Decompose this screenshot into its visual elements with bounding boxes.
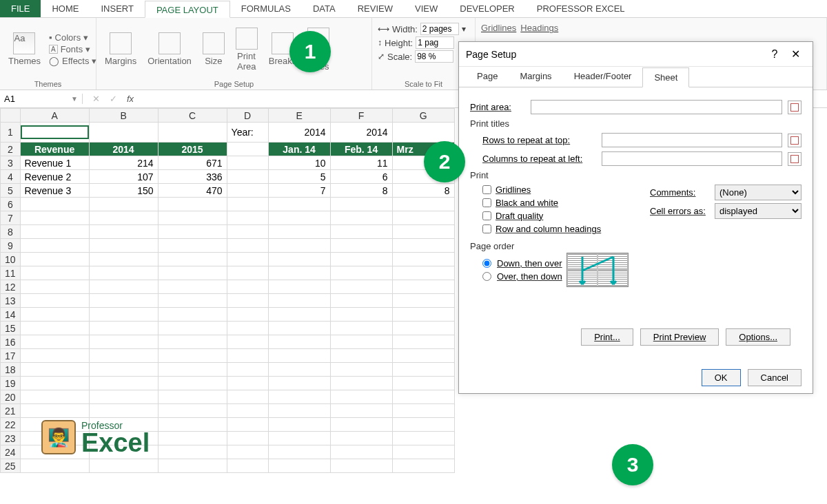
print-area-button[interactable]: Print Area	[233, 26, 261, 73]
over-down-radio[interactable]: Over, then down	[482, 271, 562, 282]
ribbon-tabs: FILE HOME INSERT PAGE LAYOUT FORMULAS DA…	[0, 0, 827, 18]
professor-excel-logo: 👨‍🏫 ProfessorExcel	[41, 420, 150, 454]
options-button[interactable]: Options...	[726, 328, 790, 346]
bw-checkbox[interactable]: Black and white	[482, 198, 650, 208]
row-header[interactable]: 5	[1, 184, 21, 198]
effects-button[interactable]: ◯ Effects ▾	[49, 56, 97, 66]
range-picker-icon[interactable]	[788, 152, 802, 166]
confirm-icon[interactable]: ✓	[110, 94, 117, 104]
tab-view[interactable]: VIEW	[404, 0, 449, 17]
page-order-icon	[566, 253, 629, 287]
page-setup-group-label: Page Setup	[102, 78, 366, 90]
cell[interactable]	[21, 125, 89, 139]
scale-selector[interactable]: ⤢ Scale:	[378, 50, 469, 63]
print-preview-button[interactable]: Print Preview	[640, 328, 719, 346]
down-over-radio[interactable]: Down, then over	[482, 258, 562, 269]
tab-data[interactable]: DATA	[302, 0, 347, 17]
col-header[interactable]: G	[392, 109, 454, 123]
orientation-button[interactable]: Orientation	[145, 31, 194, 67]
width-selector[interactable]: ⟷ Width: ▾	[378, 23, 469, 35]
select-all[interactable]	[1, 109, 21, 123]
col-header[interactable]: B	[89, 109, 158, 123]
print-group: Print	[470, 170, 802, 180]
col-header[interactable]: F	[330, 109, 392, 123]
close-button[interactable]: ✕	[785, 48, 806, 61]
row-header[interactable]: 4	[1, 170, 21, 184]
comments-select[interactable]: (None)	[715, 185, 802, 200]
rows-repeat-label: Rows to repeat at top:	[482, 135, 596, 145]
print-area-input[interactable]	[531, 100, 782, 114]
name-box[interactable]: A1▼	[0, 94, 83, 104]
tab-file[interactable]: FILE	[0, 0, 41, 17]
row-header[interactable]: 1	[1, 123, 21, 143]
col-header[interactable]: A	[20, 109, 89, 123]
tab-professor-excel[interactable]: PROFESSOR EXCEL	[526, 0, 636, 17]
margins-button[interactable]: Margins	[102, 31, 139, 67]
dialog-tab-headerfooter[interactable]: Header/Footer	[563, 67, 643, 87]
dialog-tab-page[interactable]: Page	[466, 67, 509, 87]
tab-developer[interactable]: DEVELOPER	[449, 0, 525, 17]
face-icon: 👨‍🏫	[41, 420, 76, 454]
themes-group-label: Themes	[6, 78, 90, 90]
cellerrors-select[interactable]: displayed	[715, 203, 802, 219]
cancel-button[interactable]: Cancel	[748, 369, 802, 386]
range-picker-icon[interactable]	[788, 101, 802, 114]
print-button[interactable]: Print...	[581, 328, 633, 346]
print-titles-group: Print titles	[470, 118, 802, 129]
col-header[interactable]: C	[158, 109, 227, 123]
col-header[interactable]: E	[268, 109, 330, 123]
gridlines-toggle[interactable]: Gridlines	[481, 23, 516, 33]
dialog-tab-sheet[interactable]: Sheet	[642, 67, 689, 87]
row-header[interactable]: 3	[1, 156, 21, 170]
row-header[interactable]: 2	[1, 143, 21, 156]
tab-formulas[interactable]: FORMULAS	[230, 0, 302, 17]
size-button[interactable]: Size	[200, 31, 227, 67]
rowcol-checkbox[interactable]: Row and column headings	[482, 224, 650, 234]
cols-repeat-input[interactable]	[602, 151, 782, 166]
spreadsheet-grid[interactable]: A B C D E F G 1 Year:20142014 2 Revenue2…	[0, 108, 455, 473]
cellerrors-label: Cell errors as:	[650, 206, 711, 216]
print-area-label: Print area:	[470, 102, 525, 112]
comments-label: Comments:	[650, 187, 711, 198]
dialog-title: Page Setup	[466, 49, 764, 60]
tab-insert[interactable]: INSERT	[90, 0, 144, 17]
colors-button[interactable]: ▪ Colors ▾	[49, 32, 97, 43]
scale-group-label: Scale to Fit	[378, 78, 469, 90]
cancel-icon[interactable]: ✕	[92, 94, 100, 104]
col-header[interactable]: D	[227, 109, 268, 123]
fonts-button[interactable]: A Fonts ▾	[49, 44, 97, 54]
callout-1: 1	[289, 31, 331, 72]
height-selector[interactable]: ↕ Height:	[378, 36, 469, 49]
cols-repeat-label: Columns to repeat at left:	[482, 154, 596, 164]
dialog-tab-margins[interactable]: Margins	[509, 67, 562, 87]
headings-toggle[interactable]: Headings	[520, 23, 558, 33]
tab-page-layout[interactable]: PAGE LAYOUT	[145, 1, 230, 18]
rows-repeat-input[interactable]	[602, 133, 782, 147]
page-order-group: Page order	[470, 241, 802, 251]
gridlines-checkbox[interactable]: Gridlines	[482, 185, 650, 195]
range-picker-icon[interactable]	[788, 134, 802, 147]
fx-icon[interactable]: fx	[127, 94, 134, 104]
tab-home[interactable]: HOME	[41, 0, 90, 17]
draft-checkbox[interactable]: Draft quality	[482, 211, 650, 221]
callout-2: 2	[424, 141, 465, 182]
themes-button[interactable]: Aa Themes	[6, 31, 43, 67]
tab-review[interactable]: REVIEW	[347, 0, 404, 17]
page-setup-dialog: Page Setup ? ✕ Page Margins Header/Foote…	[458, 41, 813, 394]
ok-button[interactable]: OK	[702, 369, 741, 386]
help-button[interactable]: ?	[764, 48, 785, 61]
callout-3: 3	[612, 444, 653, 485]
